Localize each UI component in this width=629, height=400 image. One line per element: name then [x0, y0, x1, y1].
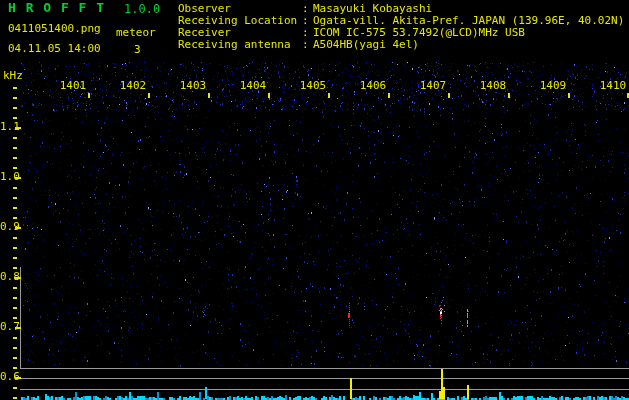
observation-datetime: 04.11.05 14:00 [8, 43, 101, 55]
time-tick-label: 1403 [178, 80, 208, 92]
time-tick-label: 1402 [118, 80, 148, 92]
time-tick-label: 1408 [478, 80, 508, 92]
freq-tick-label: 0.6 [0, 371, 16, 383]
time-tick-label: 1406 [358, 80, 388, 92]
time-tick-label: 1409 [538, 80, 568, 92]
time-axis-labels: 1401140214031404140514061407140814091410 [0, 80, 629, 92]
time-tick-label: 1401 [58, 80, 88, 92]
freq-axis-labels: 1.11.00.90.80.70.6 [0, 0, 20, 400]
time-tick-label: 1405 [298, 80, 328, 92]
echo-count: 3 [134, 44, 141, 56]
freq-tick-label: 0.9 [0, 221, 16, 233]
time-tick-label: 1407 [418, 80, 448, 92]
app-title: H R O F F T [8, 2, 105, 14]
time-tick-label: 1404 [238, 80, 268, 92]
freq-tick-label: 1.1 [0, 121, 16, 133]
hrofft-window: H R O F F T 1.0.0 0411051400.png meteor … [0, 0, 629, 400]
observation-mode: meteor [116, 27, 156, 39]
info-block: Observer:Masayuki KobayashiReceiving Loc… [178, 3, 624, 51]
freq-tick-label: 1.0 [0, 171, 16, 183]
app-version: 1.0.0 [124, 3, 160, 15]
time-tick-label: 1410 [598, 80, 628, 92]
info-row: Receiving antenna:A504HB(yagi 4el) [178, 39, 624, 51]
freq-tick-label: 0.8 [0, 271, 16, 283]
freq-tick-label: 0.7 [0, 321, 16, 333]
spectrogram-canvas [0, 0, 629, 400]
output-filename: 0411051400.png [8, 23, 101, 35]
